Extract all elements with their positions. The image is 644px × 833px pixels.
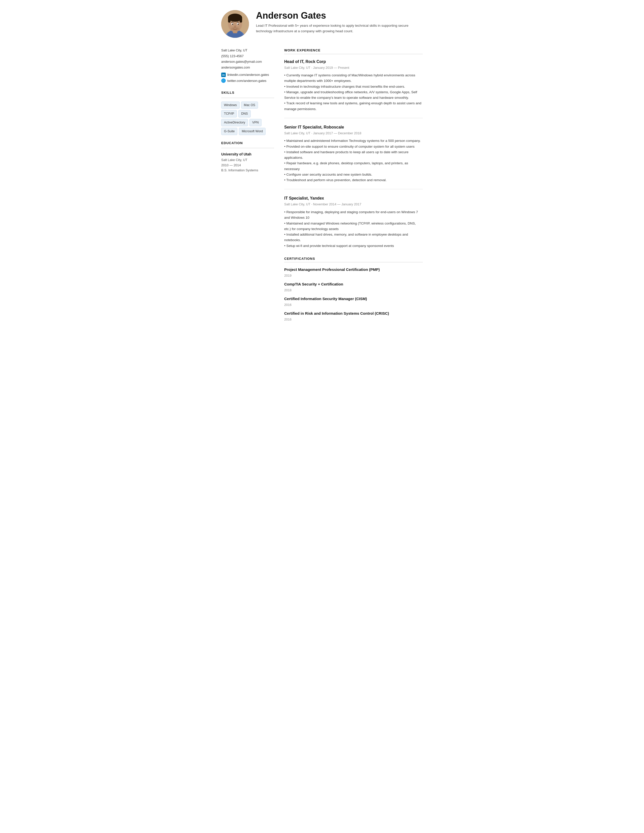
job-1-title: Senior IT Specialist, Roboscale [284, 124, 423, 130]
edu-location: Salt Lake City, UT [221, 158, 274, 162]
linkedin-icon: in [221, 72, 226, 77]
skills-grid: Windows Mac OS TCP/IP DNS ActiveDirector… [221, 101, 274, 135]
contact-website: andersongates.com [221, 65, 274, 70]
cert-0-name: Project Management Professional Certific… [284, 267, 423, 273]
skill-windows: Windows [221, 101, 239, 109]
svg-point-12 [238, 24, 239, 25]
twitter-icon: 🐦 [221, 78, 226, 83]
sidebar: Salt Lake City, UT (555) 123-4567 anders… [221, 48, 274, 325]
education-title: EDUCATION [221, 141, 274, 146]
skill-dns: DNS [238, 110, 251, 117]
svg-point-13 [231, 27, 239, 31]
candidate-name: Anderson Gates [256, 10, 423, 21]
job-0-bullets: • Currently manage IT systems consisting… [284, 72, 423, 112]
cert-2: Certified Information Security Manager (… [284, 296, 423, 307]
cert-1-year: 2018 [284, 288, 423, 293]
contact-phone: (555) 123-4567 [221, 54, 274, 59]
skill-gsuite: G-Suite [221, 128, 237, 135]
cert-0: Project Management Professional Certific… [284, 267, 423, 278]
resume-page: Anderson Gates Lead IT Professional with… [209, 0, 435, 335]
twitter-item: 🐦 twitter.com/anderson.gates [221, 78, 274, 84]
location-text: Salt Lake City, UT [221, 48, 247, 53]
twitter-label: twitter.com/anderson.gates [227, 78, 266, 84]
body-layout: Salt Lake City, UT (555) 123-4567 anders… [221, 48, 423, 325]
skills-title: SKILLS [221, 90, 274, 95]
job-0-title: Head of IT, Rock Corp [284, 59, 423, 65]
skill-activedirectory: ActiveDirectory [221, 119, 248, 126]
main-content: WORK EXPERIENCE Head of IT, Rock Corp Sa… [284, 48, 423, 325]
cert-2-name: Certified Information Security Manager (… [284, 296, 423, 302]
linkedin-label: linkedin.com/anderson.gates [227, 72, 269, 77]
job-2-meta: Salt Lake City, UT · November 2014 — Jan… [284, 202, 423, 207]
edu-degree: B.S. Information Systems [221, 168, 274, 173]
skill-vpn: VPN [249, 119, 262, 126]
email-text: anderson.gates@ymail.com [221, 59, 262, 64]
job-1-meta: Salt Lake City, UT · January 2017 — Dece… [284, 131, 423, 136]
svg-rect-8 [239, 16, 242, 23]
candidate-summary: Lead IT Professional with 5+ years of ex… [256, 23, 423, 34]
skill-macos: Mac OS [241, 101, 258, 109]
svg-point-11 [232, 24, 233, 25]
education-item-0: University of Utah Salt Lake City, UT 20… [221, 152, 274, 173]
skill-tcpip: TCP/IP [221, 110, 237, 117]
certifications-section: CERTIFICATIONS Project Management Profes… [284, 256, 423, 322]
job-2-bullets: • Responsible for imaging, deploying and… [284, 209, 423, 249]
cert-1-name: CompTIA Security + Certification [284, 281, 423, 287]
job-0-meta: Salt Lake City, UT · January 2019 — Pres… [284, 65, 423, 70]
work-title: WORK EXPERIENCE [284, 48, 423, 53]
skills-section: SKILLS Windows Mac OS TCP/IP DNS ActiveD… [221, 90, 274, 135]
skill-msword: Microsoft Word [239, 128, 265, 135]
website-text: andersongates.com [221, 65, 250, 70]
job-1: Senior IT Specialist, Roboscale Salt Lak… [284, 124, 423, 190]
cert-1: CompTIA Security + Certification 2018 [284, 281, 423, 293]
contact-info: Salt Lake City, UT (555) 123-4567 anders… [221, 48, 274, 83]
cert-3-year: 2016 [284, 317, 423, 322]
job-2-title: IT Specialist, Yandex [284, 195, 423, 201]
cert-3-name: Certified in Risk and Information System… [284, 311, 423, 317]
edu-dates: 2010 — 2014 [221, 163, 274, 168]
header-info: Anderson Gates Lead IT Professional with… [256, 10, 423, 34]
job-2: IT Specialist, Yandex Salt Lake City, UT… [284, 195, 423, 248]
linkedin-item: in linkedin.com/anderson.gates [221, 72, 274, 77]
cert-title: CERTIFICATIONS [284, 256, 423, 261]
contact-location: Salt Lake City, UT [221, 48, 274, 53]
cert-3: Certified in Risk and Information System… [284, 311, 423, 322]
header-section: Anderson Gates Lead IT Professional with… [221, 10, 423, 38]
avatar [221, 10, 249, 38]
job-1-bullets: • Maintained and administered Informatio… [284, 138, 423, 183]
work-divider [284, 54, 423, 54]
cert-0-year: 2019 [284, 273, 423, 278]
education-section: EDUCATION University of Utah Salt Lake C… [221, 141, 274, 173]
svg-rect-7 [228, 16, 231, 23]
contact-email: anderson.gates@ymail.com [221, 59, 274, 64]
phone-text: (555) 123-4567 [221, 54, 244, 59]
work-experience-section: WORK EXPERIENCE Head of IT, Rock Corp Sa… [284, 48, 423, 249]
cert-2-year: 2016 [284, 302, 423, 307]
job-0: Head of IT, Rock Corp Salt Lake City, UT… [284, 59, 423, 118]
edu-school: University of Utah [221, 152, 274, 157]
cert-divider [284, 262, 423, 262]
skills-divider [221, 98, 274, 98]
